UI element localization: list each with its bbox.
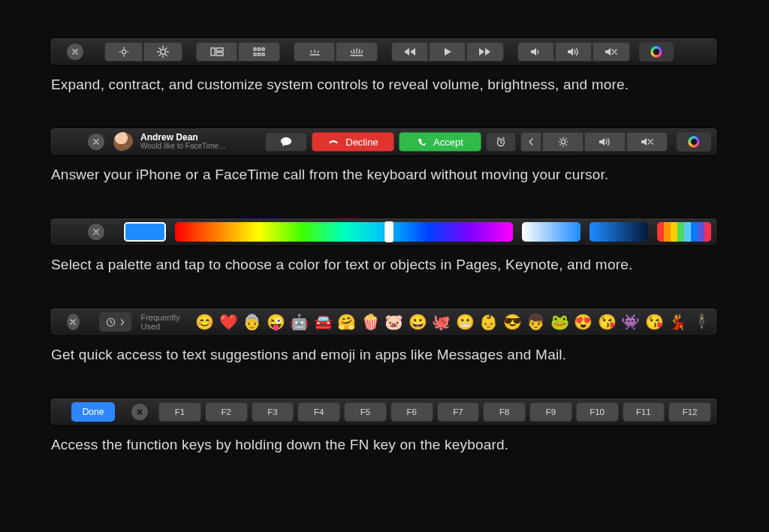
caller-subtitle: Would like to FaceTime… <box>140 143 226 151</box>
emoji-item[interactable]: 🐸 <box>550 313 569 331</box>
volume-up-button[interactable] <box>555 42 593 62</box>
palette-swatch[interactable] <box>704 222 711 242</box>
fast-forward-button[interactable] <box>466 42 504 62</box>
svg-line-25 <box>318 51 318 53</box>
hue-slider[interactable] <box>175 222 513 242</box>
function-key-f1[interactable]: F1 <box>158 402 201 422</box>
emoji-item[interactable]: 😘 <box>645 313 664 331</box>
emoji-item[interactable]: 🐙 <box>432 313 451 331</box>
done-button[interactable]: Done <box>71 402 115 422</box>
palette-swatch[interactable] <box>698 222 704 242</box>
message-button[interactable] <box>265 132 307 152</box>
mute-button[interactable] <box>593 42 630 62</box>
emoji-item[interactable]: 🕴 <box>692 313 711 331</box>
emoji-item[interactable]: 🍿 <box>361 313 380 331</box>
brightness-down-button[interactable] <box>104 42 143 62</box>
caption-call: Answer your iPhone or a FaceTime call fr… <box>51 167 719 183</box>
emoji-category-label: Frequently Used <box>140 313 186 331</box>
emoji-item[interactable]: 🚘 <box>314 313 333 331</box>
emoji-list: 😊❤️👵😜🤖🚘🤗🍿🐷😀🐙😬👶😎👦🐸😍😘👾😘💃🕴 <box>195 313 711 331</box>
volume-down-button[interactable] <box>517 42 555 62</box>
function-key-f11[interactable]: F11 <box>623 402 665 422</box>
emoji-item[interactable]: 🤗 <box>337 313 356 331</box>
brightness-button[interactable] <box>541 132 584 152</box>
brightness-up-button[interactable] <box>143 42 182 62</box>
siri-button[interactable] <box>639 42 674 62</box>
function-key-f2[interactable]: F2 <box>205 402 248 422</box>
palette-swatch[interactable] <box>671 222 677 242</box>
touchbar-color-picker <box>50 218 718 246</box>
emoji-item[interactable]: 🤖 <box>290 313 309 331</box>
emoji-item[interactable]: 😜 <box>267 313 285 331</box>
launchpad-button[interactable] <box>238 42 280 62</box>
mute-button[interactable] <box>626 132 668 152</box>
expand-chevron-button[interactable] <box>520 132 541 152</box>
hue-slider-handle[interactable] <box>384 221 394 242</box>
palette-swatch[interactable] <box>684 222 691 242</box>
recent-button[interactable] <box>99 312 132 332</box>
accept-button[interactable]: Accept <box>399 132 481 152</box>
accept-label: Accept <box>433 137 463 148</box>
emoji-item[interactable]: 😍 <box>574 313 593 331</box>
emoji-item[interactable]: 😀 <box>409 313 427 331</box>
tint-slider[interactable] <box>522 222 581 242</box>
remind-later-button[interactable] <box>486 132 516 152</box>
emoji-item[interactable]: 😘 <box>598 313 617 331</box>
emoji-item[interactable]: 👦 <box>526 313 545 331</box>
function-key-f6[interactable]: F6 <box>391 402 433 422</box>
close-icon[interactable] <box>88 134 104 150</box>
selected-color-swatch[interactable] <box>124 222 166 242</box>
rewind-button[interactable] <box>391 42 429 62</box>
function-key-f3[interactable]: F3 <box>252 402 294 422</box>
function-key-f12[interactable]: F12 <box>668 402 711 422</box>
svg-rect-18 <box>258 48 261 50</box>
emoji-item[interactable]: 😊 <box>195 313 214 331</box>
color-palette[interactable] <box>657 222 711 242</box>
done-label: Done <box>83 407 104 417</box>
close-icon[interactable] <box>88 224 104 240</box>
svg-line-37 <box>559 139 560 140</box>
close-icon[interactable] <box>131 404 148 420</box>
function-key-f8[interactable]: F8 <box>483 402 526 422</box>
svg-line-27 <box>354 50 354 53</box>
function-key-f7[interactable]: F7 <box>437 402 480 422</box>
touchbar-emoji: Frequently Used 😊❤️👵😜🤖🚘🤗🍿🐷😀🐙😬👶😎👦🐸😍😘👾😘💃🕴 <box>50 308 718 336</box>
shade-slider[interactable] <box>590 222 648 242</box>
caption-color: Select a palette and tap to choose a col… <box>51 257 719 273</box>
emoji-item[interactable]: 💃 <box>668 313 687 331</box>
touchbar-system-controls <box>50 38 718 66</box>
volume-button[interactable] <box>584 132 626 152</box>
palette-swatch[interactable] <box>664 222 671 242</box>
close-icon[interactable] <box>67 314 80 330</box>
svg-line-12 <box>159 54 161 56</box>
emoji-item[interactable]: 😬 <box>456 313 475 331</box>
emoji-item[interactable]: ❤️ <box>219 313 238 331</box>
palette-swatch[interactable] <box>691 222 698 242</box>
play-button[interactable] <box>429 42 466 62</box>
svg-line-39 <box>559 144 560 145</box>
touchbar-call: Andrew Dean Would like to FaceTime… Decl… <box>50 128 718 156</box>
function-key-f4[interactable]: F4 <box>297 402 340 422</box>
palette-swatch[interactable] <box>657 222 664 242</box>
emoji-item[interactable]: 👵 <box>243 313 261 331</box>
emoji-item[interactable]: 🐷 <box>384 313 403 331</box>
emoji-item[interactable]: 😎 <box>503 313 522 331</box>
svg-rect-19 <box>262 48 264 50</box>
svg-line-29 <box>359 50 360 53</box>
emoji-item[interactable]: 👶 <box>479 313 498 331</box>
svg-line-26 <box>351 51 353 53</box>
svg-line-38 <box>565 144 566 145</box>
function-key-f9[interactable]: F9 <box>529 402 572 422</box>
siri-button[interactable] <box>677 132 711 152</box>
decline-button[interactable]: Decline <box>312 132 394 152</box>
keyboard-brightness-down-button[interactable] <box>294 42 336 62</box>
close-icon[interactable] <box>67 44 83 60</box>
emoji-item[interactable]: 👾 <box>621 313 640 331</box>
function-key-f5[interactable]: F5 <box>344 402 387 422</box>
function-key-f10[interactable]: F10 <box>576 402 619 422</box>
svg-rect-22 <box>262 53 264 56</box>
keyboard-brightness-up-button[interactable] <box>336 42 378 62</box>
svg-point-5 <box>161 50 165 54</box>
mission-control-button[interactable] <box>196 42 238 62</box>
palette-swatch[interactable] <box>677 222 684 242</box>
